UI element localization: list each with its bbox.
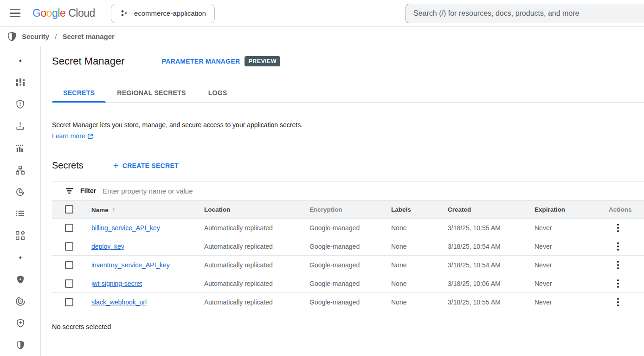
breadcrumb-item-secret-manager: Secret manager <box>62 32 115 40</box>
create-secret-button[interactable]: + CREATE SECRET <box>113 161 179 170</box>
shield-plus-icon[interactable] <box>7 312 33 334</box>
learn-more-row: Learn more <box>52 132 644 140</box>
column-header-expiration: Expiration <box>535 206 603 213</box>
org-nodes-icon[interactable] <box>7 159 33 181</box>
table-row: inventory_service_API_keyAutomatically r… <box>52 255 644 274</box>
encryption-cell: Google-managed <box>309 224 391 232</box>
labels-cell: None <box>391 261 448 269</box>
created-cell: 3/18/25, 10:54 AM <box>448 261 535 269</box>
row-actions-menu-icon[interactable] <box>612 241 624 252</box>
created-cell: 3/18/25, 10:54 AM <box>448 243 535 250</box>
labels-cell: None <box>391 243 448 250</box>
row-checkbox[interactable] <box>65 224 73 232</box>
encryption-cell: Google-managed <box>309 243 391 250</box>
project-name: ecommerce-application <box>134 9 206 17</box>
breadcrumb: Security / Secret manager <box>0 27 644 46</box>
column-header-created: Created <box>448 206 535 213</box>
overview-grid-icon[interactable] <box>7 71 33 93</box>
select-all-checkbox[interactable] <box>65 205 73 214</box>
column-header-name[interactable]: Name↑ <box>91 206 204 214</box>
row-actions-menu-icon[interactable] <box>612 222 624 233</box>
page-title: Secret Manager <box>52 55 125 67</box>
secret-name-link[interactable]: jwt-signing-secret <box>91 280 142 287</box>
tab-logs[interactable]: LOGS <box>197 83 238 102</box>
shield-alert-icon[interactable] <box>7 93 33 115</box>
secret-name-link[interactable]: billing_service_API_key <box>91 224 160 232</box>
list-icon[interactable] <box>7 203 33 225</box>
secret-name-link[interactable]: slack_webhook_url <box>91 298 147 306</box>
global-search[interactable] <box>406 4 644 23</box>
location-cell: Automatically replicated <box>204 298 309 306</box>
google-cloud-logo: Google Cloud <box>32 7 95 19</box>
tab-bar: SECRETSREGIONAL SECRETSLOGS <box>52 83 644 103</box>
apps-diamond-icon[interactable] <box>7 225 33 246</box>
google-logo-letters: Google <box>32 7 65 19</box>
row-checkbox[interactable] <box>65 242 73 251</box>
breadcrumb-item-security[interactable]: Security <box>22 32 49 40</box>
expiration-cell: Never <box>535 298 603 306</box>
filter-label: Filter <box>80 187 96 194</box>
security-products-sidebar <box>0 46 41 356</box>
encryption-cell: Google-managed <box>309 261 391 269</box>
column-header-location: Location <box>204 206 309 213</box>
created-cell: 3/18/25, 10:06 AM <box>448 280 535 287</box>
sort-asc-icon: ↑ <box>112 206 116 214</box>
bar-chart-icon[interactable] <box>7 137 33 159</box>
shield-circle-icon[interactable] <box>7 291 33 312</box>
secret-name-link[interactable]: inventory_service_API_key <box>91 261 170 269</box>
table-row: jwt-signing-secretAutomatically replicat… <box>52 274 644 292</box>
project-selector[interactable]: ecommerce-application <box>111 4 215 23</box>
table-row: deploy_keyAutomatically replicatedGoogle… <box>52 237 644 255</box>
table-row: slack_webhook_urlAutomatically replicate… <box>52 292 644 311</box>
filter-input[interactable] <box>103 187 644 195</box>
expiration-cell: Never <box>535 261 603 269</box>
filter-bar: Filter <box>52 181 644 201</box>
labels-cell: None <box>391 280 448 287</box>
dot-icon[interactable] <box>7 50 33 71</box>
top-app-bar: Google Cloud ecommerce-application <box>0 0 644 27</box>
column-header-actions: Actions <box>603 206 644 213</box>
shield-filled-icon[interactable] <box>7 268 33 290</box>
plus-icon: + <box>113 161 119 170</box>
shield-half-icon[interactable] <box>7 334 33 356</box>
expiration-cell: Never <box>535 243 603 250</box>
menu-icon[interactable] <box>7 4 26 23</box>
row-checkbox[interactable] <box>65 298 73 306</box>
tab-regional-secrets[interactable]: REGIONAL SECRETS <box>106 83 197 102</box>
cloud-logo-text: Cloud <box>68 7 95 19</box>
external-link-icon <box>87 133 93 139</box>
location-cell: Automatically replicated <box>204 224 309 232</box>
expiration-cell: Never <box>535 224 603 232</box>
learn-more-link[interactable]: Learn more <box>52 132 93 140</box>
secrets-section-header: Secrets + CREATE SECRET <box>52 160 644 171</box>
output-alert-icon[interactable] <box>7 115 33 137</box>
dot-icon[interactable] <box>7 246 33 268</box>
table-row: billing_service_API_keyAutomatically rep… <box>52 218 644 237</box>
selection-status: No secrets selected <box>52 323 644 330</box>
main-content: Secret Manager PARAMETER MANAGER PREVIEW… <box>41 46 644 356</box>
row-checkbox[interactable] <box>65 279 73 288</box>
row-actions-menu-icon[interactable] <box>612 297 624 308</box>
encryption-cell: Google-managed <box>309 280 391 287</box>
secrets-table: Filter Name↑LocationEncryptionLabelsCrea… <box>52 181 644 311</box>
column-header-encryption: Encryption <box>309 206 391 213</box>
secret-name-link[interactable]: deploy_key <box>91 243 124 250</box>
project-dots-icon <box>120 9 129 17</box>
scan-search-icon[interactable] <box>7 181 33 203</box>
table-header-row: Name↑LocationEncryptionLabelsCreatedExpi… <box>52 201 644 218</box>
search-input[interactable] <box>413 9 637 18</box>
secrets-heading: Secrets <box>52 160 84 171</box>
created-cell: 3/18/25, 10:55 AM <box>448 224 535 232</box>
row-actions-menu-icon[interactable] <box>612 278 624 289</box>
filter-icon <box>65 187 74 194</box>
location-cell: Automatically replicated <box>204 261 309 269</box>
row-checkbox[interactable] <box>65 261 73 269</box>
created-cell: 3/18/25, 10:55 AM <box>448 298 535 306</box>
location-cell: Automatically replicated <box>204 280 309 287</box>
tab-secrets[interactable]: SECRETS <box>52 83 106 102</box>
column-header-labels: Labels <box>391 206 448 213</box>
breadcrumb-separator: / <box>54 32 58 40</box>
parameter-manager-link[interactable]: PARAMETER MANAGER <box>162 58 240 65</box>
expiration-cell: Never <box>535 280 603 287</box>
row-actions-menu-icon[interactable] <box>612 259 624 271</box>
